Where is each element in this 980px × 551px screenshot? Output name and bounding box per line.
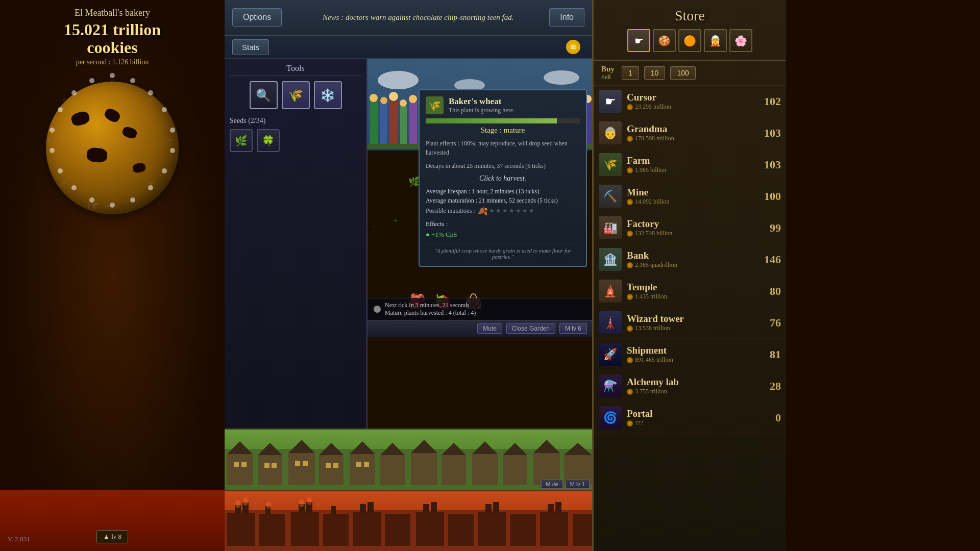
grandma-item-cost: 178.598 million	[627, 135, 761, 142]
tool-magnifier[interactable]: 🔍	[250, 81, 278, 109]
store-item-mine[interactable]: ⛏️ Mine 14.092 billion 100	[594, 181, 786, 212]
garden-status-bar: Next tick in 3 minutes, 21 seconds Matur…	[368, 298, 592, 320]
store-item-cursor[interactable]: ☛ Cursor 23.295 million 102	[594, 86, 786, 117]
store-item-factory[interactable]: 🏭 Factory 132.748 billion 99	[594, 212, 786, 244]
mut-star-3: ★	[502, 207, 508, 215]
tooltip-effects-label: Effects :	[426, 220, 580, 228]
svg-text:☞: ☞	[108, 78, 115, 85]
tool-wheat[interactable]: 🌾	[282, 81, 310, 109]
qty-1-button[interactable]: 1	[622, 66, 639, 80]
farm-item-name: Farm	[627, 155, 761, 166]
tooltip-plant-subtitle: This plant is growing here.	[449, 107, 514, 114]
svg-point-34	[389, 92, 398, 101]
tools-row: 🔍 🌾 ❄️	[230, 81, 361, 109]
cookie-count: 15.021 trillion cookies	[64, 21, 161, 57]
svg-rect-108	[333, 463, 338, 468]
tools-title: Tools	[230, 64, 361, 76]
grandma-item-info: Grandma 178.598 million	[627, 123, 761, 142]
store-item-farm[interactable]: 🌾 Farm 1.965 billion 103	[594, 149, 786, 181]
level-button[interactable]: M lv 6	[559, 323, 587, 334]
temple-item-count: 80	[761, 285, 781, 298]
seed-slot-1[interactable]: 🌿	[230, 129, 253, 152]
options-button[interactable]: Options	[232, 8, 282, 27]
mute-button[interactable]: Mute	[477, 323, 502, 334]
svg-rect-126	[416, 512, 444, 546]
store-achievement-icon-btn[interactable]: 🟠	[678, 29, 701, 52]
svg-point-142	[307, 497, 312, 505]
store-item-wizard-tower[interactable]: 🗼 Wizard tower 13.538 trillion 76	[594, 307, 786, 339]
svg-rect-135	[548, 504, 554, 513]
info-button[interactable]: Info	[549, 8, 584, 27]
svg-rect-123	[360, 504, 366, 513]
farm-item-cost: 1.965 billion	[627, 166, 761, 174]
store-item-temple[interactable]: 🛕 Temple 1.435 trillion 80	[594, 276, 786, 307]
mine-item-icon: ⛏️	[599, 185, 622, 208]
svg-text:☞: ☞	[60, 96, 67, 104]
factory-item-info: Factory 132.748 billion	[627, 218, 761, 237]
portal-item-count: 0	[761, 411, 781, 424]
close-garden-button[interactable]: Close Garden	[506, 323, 555, 334]
tooltip-effect-value: ● +1% CpS	[426, 231, 580, 239]
svg-point-11	[71, 185, 77, 190]
store-item-alchemy-lab[interactable]: ⚗️ Alchemy lab 3.755 trillion 28	[594, 370, 786, 402]
cursor-item-info: Cursor 23.295 million	[627, 92, 761, 111]
qty-100-button[interactable]: 100	[670, 66, 695, 80]
svg-point-1	[130, 78, 135, 83]
mut-star-5: ★	[516, 207, 521, 215]
factory-item-cost: 132.748 billion	[627, 230, 761, 237]
svg-rect-101	[234, 462, 239, 467]
cursor-item-cost: 23.295 million	[627, 103, 761, 111]
tooltip-lifespan: Average lifespan : 1 hour, 2 minutes (13…	[426, 188, 580, 195]
svg-rect-33	[389, 99, 398, 146]
shipment-item-info: Shipment 891.465 trillion	[627, 345, 761, 364]
stats-button[interactable]: Stats	[232, 39, 269, 55]
plant-5[interactable]: ⁺	[393, 217, 398, 228]
tooltip-harvest-action[interactable]: Click to harvest.	[426, 174, 580, 183]
svg-marker-82	[288, 440, 315, 453]
store-cursor-icon-btn[interactable]: ☛	[627, 29, 650, 52]
factory-item-name: Factory	[627, 218, 761, 230]
alchemy-lab-item-cost: 3.755 trillion	[627, 388, 761, 395]
svg-marker-78	[227, 441, 253, 454]
temple-item-info: Temple 1.435 trillion	[627, 282, 761, 300]
per-second-label: per second : 1.126 billion	[76, 58, 149, 66]
svg-rect-104	[272, 463, 277, 468]
store-stats-icon-btn[interactable]: 🧝	[704, 29, 727, 52]
golden-cookie[interactable]: 42	[566, 40, 580, 54]
svg-point-16	[71, 90, 77, 95]
mut-star-1: ★	[489, 207, 495, 215]
version-label: V. 2.031	[8, 535, 30, 543]
main-cookie[interactable]: ☞ ☞ ☞ ☞ ☞ ☞ ☞ ☞ ☞	[36, 71, 189, 224]
store-header: Store ☛ 🍪 🟠 🧝 🌸	[594, 0, 786, 61]
shipment-item-icon: 🚀	[599, 343, 622, 366]
grandma-item-icon: 👵	[599, 121, 622, 144]
alchemy-lab-item-name: Alchemy lab	[627, 377, 761, 388]
plant-dot-1[interactable]: ·	[373, 222, 375, 233]
svg-rect-91	[442, 455, 466, 485]
tools-panel: Tools 🔍 🌾 ❄️ Seeds (2/34) 🌿 🍀	[225, 59, 368, 429]
svg-rect-107	[326, 463, 331, 468]
store-upgrade-icon-btn[interactable]: 🍪	[653, 29, 676, 52]
store-panel: Store ☛ 🍪 🟠 🧝 🌸 Buy Sell 1 10 100	[592, 0, 786, 551]
plant-1[interactable]: 🌿	[408, 176, 420, 187]
store-item-portal[interactable]: 🌀 Portal ??? 0	[594, 402, 786, 434]
orange-icon: 🟠	[683, 35, 696, 47]
svg-rect-120	[323, 514, 349, 546]
farm-item-info: Farm 1.965 billion	[627, 155, 761, 174]
svg-rect-29	[370, 101, 378, 146]
qty-10-button[interactable]: 10	[644, 66, 666, 80]
svg-point-28	[544, 70, 579, 85]
cursor-item-name: Cursor	[627, 92, 761, 103]
tooltip-quote: "A plentiful crop whose hardy grain is u…	[426, 243, 580, 260]
scene1-level[interactable]: M lv 1	[566, 480, 590, 489]
mine-item-cost: 14.092 billion	[627, 198, 761, 206]
store-special-icon-btn[interactable]: 🌸	[729, 29, 752, 52]
store-item-shipment[interactable]: 🚀 Shipment 891.465 trillion 81	[594, 339, 786, 370]
store-item-bank[interactable]: 🏦 Bank 2.165 quadrillion 146	[594, 244, 786, 276]
store-item-grandma[interactable]: 👵 Grandma 178.598 million 103	[594, 117, 786, 149]
status-text: Next tick in 3 minutes, 21 seconds Matur…	[385, 302, 476, 317]
svg-rect-122	[353, 512, 381, 546]
scene1-mute[interactable]: Mute	[541, 480, 562, 489]
seed-slot-2[interactable]: 🍀	[257, 129, 280, 152]
tool-freeze[interactable]: ❄️	[314, 81, 342, 109]
